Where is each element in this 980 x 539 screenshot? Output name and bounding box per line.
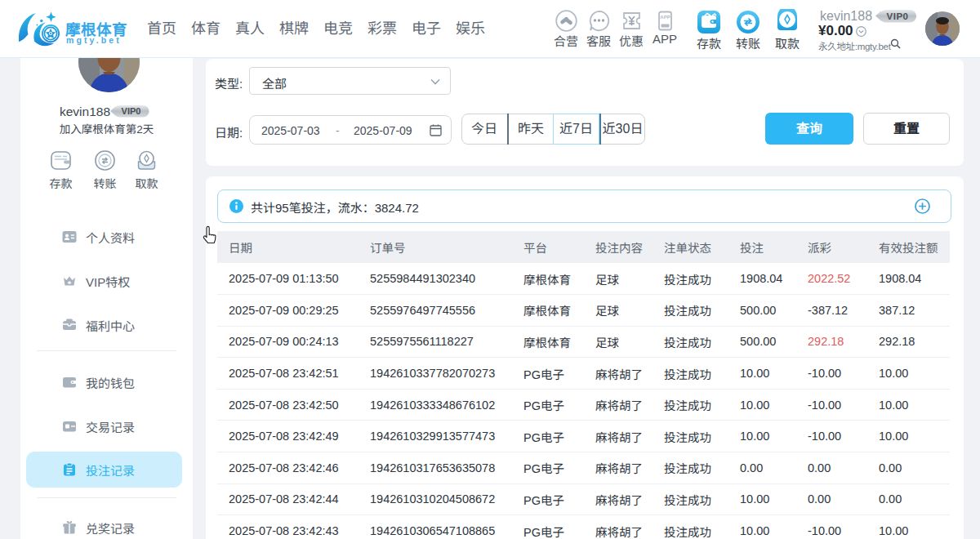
svg-text:VIP0: VIP0: [122, 106, 141, 116]
svg-text:VIP0: VIP0: [887, 11, 909, 21]
svg-text:APP: APP: [660, 15, 670, 20]
